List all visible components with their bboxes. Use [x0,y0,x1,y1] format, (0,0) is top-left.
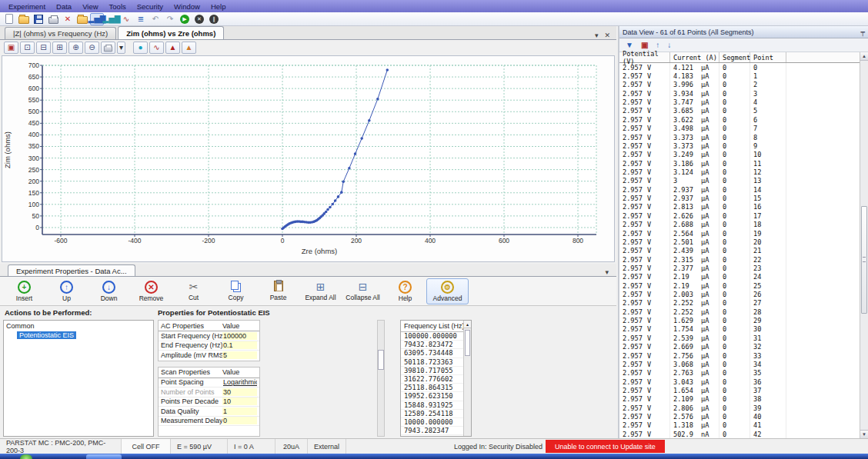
frequency-list-scrollbar[interactable]: ▴ [463,321,471,437]
redo-icon[interactable]: ↷ [163,13,177,25]
column-header[interactable]: Current (A) [670,52,719,62]
property-value[interactable]: Logarithmic [222,378,257,386]
column-header[interactable]: Potential (V) [619,52,670,62]
property-value[interactable]: 10 [222,397,257,405]
table-row[interactable]: 2.957V2.806µA039 [619,404,868,412]
copy-button[interactable]: Copy [215,278,257,304]
column-header[interactable]: Segment [719,52,750,62]
table-row[interactable]: 2.957V1.654µA037 [619,386,868,394]
table-row[interactable]: 2.957V3.373µA08 [619,133,868,141]
axes-x-icon[interactable]: ⊟ [36,42,51,54]
tab-zim-vs-zre[interactable]: Zim (ohms) vs Zre (ohms) [118,26,224,39]
graph-wizard-icon[interactable]: ∿ [119,13,133,25]
advanced-button[interactable]: ⚙Advanced [426,278,469,304]
collapse-all-button[interactable]: ⊟Collapse All [342,278,384,304]
table-row[interactable]: 2.957V3.747µA04 [619,98,868,106]
pause-experiment-icon[interactable]: ∥ [207,13,221,25]
start-orb-icon[interactable] [20,454,32,459]
frequency-item[interactable]: 15848.931925 [401,401,463,410]
property-value[interactable]: 5 [222,351,257,359]
table-row[interactable]: 2.957V2.252µA027 [619,299,868,308]
up-button[interactable]: ↑Up [45,278,88,304]
save-icon[interactable] [32,13,45,25]
print-icon[interactable] [46,13,60,25]
table-row[interactable]: 2.957V3.124µA012 [619,168,868,176]
properties-scrollbar[interactable] [377,320,385,437]
scroll-up-icon[interactable]: ▲ [860,52,868,61]
table-row[interactable]: 2.957V2.19µA024 [619,273,868,281]
table-row[interactable]: 2.957V3µA013 [619,177,868,185]
table-row[interactable]: 2.957V2.315µA022 [619,255,868,264]
expand-all-button[interactable]: ⊞Expand All [299,278,342,304]
property-value[interactable]: 30 [222,388,257,396]
table-row[interactable]: 2.957V3.249µA010 [619,151,868,159]
menu-experiment[interactable]: Experiment [3,2,51,11]
insert-button[interactable]: +Insert [3,278,45,304]
frequency-item[interactable]: 39810.717055 [401,367,463,375]
pin-icon[interactable]: ┯ [861,28,865,36]
frequency-item[interactable]: 100000.000000 [401,332,463,341]
down-button[interactable]: ↓Down [88,278,130,304]
table-row[interactable]: 2.957V3.373µA09 [619,141,868,150]
tab-list-dropdown-icon[interactable]: ▾ [595,32,599,39]
open-folder-icon[interactable] [17,13,31,25]
cut-button[interactable]: ✂Cut [172,278,215,304]
table-row[interactable]: 2.957V2.377µA023 [619,264,868,272]
zoom-in-icon[interactable]: ⊕ [68,42,83,54]
frequency-item[interactable]: 12589.254118 [401,410,463,418]
area-outline-icon[interactable]: ▲ [182,42,196,54]
table-row[interactable]: 2.957V2.501µA020 [619,238,868,246]
table-row[interactable]: 2.957V2.576µA040 [619,412,868,421]
table-row[interactable]: 2.957V2.669µA032 [619,343,868,351]
frequency-item[interactable]: 7943.282347 [401,427,463,435]
table-row[interactable]: 2.957V3.498µA07 [619,125,868,133]
table-row[interactable]: 2.957V2.564µA019 [619,229,868,238]
data-view-scrollbar[interactable]: ▲ ▼ [860,52,868,438]
frequency-item[interactable]: 25118.864315 [401,384,463,392]
table-row[interactable]: 2.957V1.754µA030 [619,325,868,334]
properties-dropdown-icon[interactable]: ▾ [605,268,616,276]
property-value[interactable]: 0.1 [222,341,257,349]
property-value[interactable]: 1 [222,407,257,415]
frequency-item[interactable]: 63095.734448 [401,349,463,358]
menu-help[interactable]: Help [205,2,232,11]
axes-y-icon[interactable]: ⊞ [52,42,67,54]
paste-button[interactable]: Paste [257,278,299,304]
table-row[interactable]: 2.957V3.996µA02 [619,81,868,89]
zoom-out-icon[interactable]: ⊖ [85,42,99,54]
table-row[interactable]: 2.957V2.252µA028 [619,308,868,316]
table-row[interactable]: 2.957V2.813µA016 [619,203,868,211]
tree-node-potentiostatic-eis[interactable]: Potentiostatic EIS [17,331,76,339]
table-row[interactable]: 2.957V1.318µA041 [619,421,868,430]
scrollbar-thumb[interactable] [465,330,470,356]
table-row[interactable]: 2.957V3.622µA06 [619,115,868,124]
area-fill-icon[interactable]: ▲ [165,42,180,54]
overlay-graph-icon[interactable]: ▂▅▇ [105,13,119,25]
table-row[interactable]: 2.957V2.937µA014 [619,185,868,194]
axes-default-icon[interactable]: ⊡ [20,42,35,54]
table-row[interactable]: 2.957V4.121µA00 [619,63,868,72]
table-row[interactable]: 2.957V2.109µA038 [619,395,868,404]
property-value[interactable]: 100000 [222,332,257,340]
move-up-icon[interactable]: ↑ [656,41,659,49]
column-header[interactable]: Point [750,52,786,62]
frequency-item[interactable]: 50118.723363 [401,358,463,367]
line-style-icon[interactable]: ∿ [149,42,164,54]
menu-data[interactable]: Data [51,2,77,11]
run-experiment-icon[interactable]: ▶ [178,13,192,25]
taskbar-app-button[interactable] [86,454,122,459]
frequency-item[interactable]: 10000.000000 [401,418,463,427]
remove-button[interactable]: ✕Remove [130,278,172,304]
table-row[interactable]: 2.957V2.756µA033 [619,351,868,360]
filter-points-icon[interactable]: ▼ [626,41,633,49]
data-list-icon[interactable]: ≣ [134,13,148,25]
undo-icon[interactable]: ↶ [149,13,162,25]
table-row[interactable]: 2.957V2.003µA026 [619,290,868,298]
new-document-icon[interactable] [2,13,16,25]
table-row[interactable]: 2.957V3.043µA036 [619,378,868,386]
menu-view[interactable]: View [77,2,103,11]
table-row[interactable]: 2.957V2.763µA035 [619,369,868,378]
table-row[interactable]: 2.957V1.629µA029 [619,316,868,324]
scrollbar-thumb[interactable] [378,350,384,370]
frequency-item[interactable]: 19952.623150 [401,392,463,401]
